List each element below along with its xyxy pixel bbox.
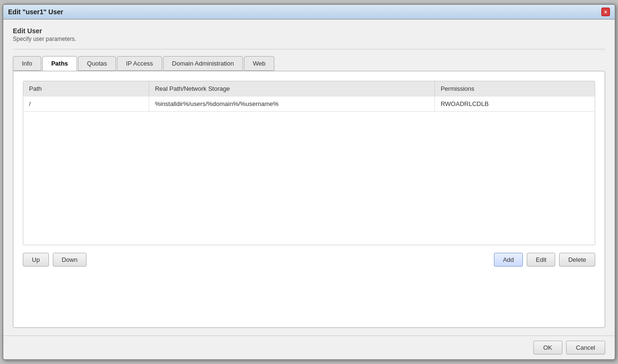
section-title: Edit User xyxy=(13,27,605,35)
tab-domain-administration[interactable]: Domain Administration xyxy=(163,56,243,71)
edit-button[interactable]: Edit xyxy=(527,253,555,267)
tab-content-paths: Path Real Path/Network Storage Permissio… xyxy=(13,71,605,328)
tab-ip-access[interactable]: IP Access xyxy=(117,56,162,71)
delete-button[interactable]: Delete xyxy=(559,253,595,267)
table-header-row: Path Real Path/Network Storage Permissio… xyxy=(23,81,595,96)
paths-table-container: Path Real Path/Network Storage Permissio… xyxy=(23,81,595,245)
empty-row xyxy=(23,112,595,245)
dialog-titlebar: Edit "user1" User × xyxy=(3,5,615,19)
cancel-button[interactable]: Cancel xyxy=(566,341,605,354)
tab-quotas[interactable]: Quotas xyxy=(78,56,116,71)
tab-paths[interactable]: Paths xyxy=(42,56,77,71)
dialog-footer: OK Cancel xyxy=(3,335,615,359)
section-subtitle: Specify user parameters. xyxy=(13,36,605,42)
tab-web[interactable]: Web xyxy=(244,56,275,71)
paths-table: Path Real Path/Network Storage Permissio… xyxy=(23,81,595,245)
edit-user-dialog: Edit "user1" User × Edit User Specify us… xyxy=(2,4,616,360)
col-header-path: Path xyxy=(23,81,149,96)
col-header-real-path: Real Path/Network Storage xyxy=(149,81,435,96)
up-button[interactable]: Up xyxy=(23,253,49,267)
tab-bar: Info Paths Quotas IP Access Domain Admin… xyxy=(13,56,605,71)
ok-button[interactable]: OK xyxy=(533,341,562,354)
dialog-title: Edit "user1" User xyxy=(8,8,63,16)
dialog-body: Edit User Specify user parameters. Info … xyxy=(3,19,615,335)
cell-permissions: RWOADRLCDLB xyxy=(435,96,595,112)
down-button[interactable]: Down xyxy=(53,253,87,267)
close-button[interactable]: × xyxy=(601,8,610,16)
add-button[interactable]: Add xyxy=(494,253,523,267)
table-row[interactable]: / %installdir%/users/%domain%/%username%… xyxy=(23,96,595,112)
cell-path: / xyxy=(23,96,149,112)
tab-info[interactable]: Info xyxy=(13,56,41,71)
section-divider xyxy=(13,49,605,49)
btn-group-right: Add Edit Delete xyxy=(494,253,595,267)
col-header-permissions: Permissions xyxy=(435,81,595,96)
btn-group-left: Up Down xyxy=(23,253,87,267)
cell-real-path: %installdir%/users/%domain%/%username% xyxy=(149,96,435,112)
tab-actions: Up Down Add Edit Delete xyxy=(23,253,595,267)
